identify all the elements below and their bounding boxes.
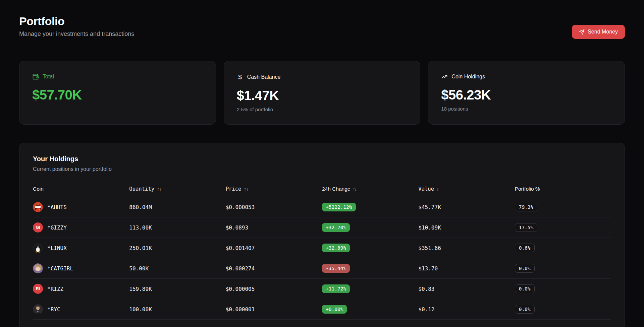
coin-avatar-ryc <box>33 304 43 314</box>
stat-card-cash-balance: $ Cash Balance $1.47K 2.5% of portfolio <box>224 61 421 125</box>
portfolio-pill: 17.5% <box>515 223 538 232</box>
coin-name: *AHHTS <box>47 204 67 210</box>
coin-avatar-linux <box>33 243 43 253</box>
table-row[interactable]: *AHHTS 860.04M $0.000053 +5222.12% $45.7… <box>33 197 611 217</box>
price-cell: $0.000274 <box>226 265 322 272</box>
stat-value: $56.23K <box>441 87 612 103</box>
price-cell: $0.000005 <box>226 286 322 292</box>
wallet-icon <box>32 73 39 80</box>
sort-icon[interactable]: ↑↓ <box>353 186 356 192</box>
sort-icon[interactable]: ↑↓ <box>157 186 161 192</box>
portfolio-pill: 79.3% <box>515 203 538 211</box>
table-row[interactable]: *CATGIRL 50.00K $0.000274 -35.44% $13.70… <box>33 258 611 279</box>
portfolio-cell: 0.6% <box>515 244 611 252</box>
price-cell: $0.000001 <box>226 306 322 313</box>
change-badge: +11.72% <box>322 284 350 293</box>
change-cell: +32.70% <box>322 223 418 232</box>
change-badge: +32.70% <box>322 223 350 232</box>
column-header-portfolio: Portfolio % <box>515 186 611 192</box>
coin-cell: *RYC <box>33 304 129 314</box>
value-cell: $0.83 <box>418 286 515 292</box>
table-body: *AHHTS 860.04M $0.000053 +5222.12% $45.7… <box>33 197 611 320</box>
change-cell: -35.44% <box>322 264 418 273</box>
page-subtitle: Manage your investments and transactions <box>19 30 134 38</box>
table-row[interactable]: *RYC 100.00K $0.000001 +0.00% $0.12 0.0% <box>33 299 611 320</box>
portfolio-pill: 0.0% <box>515 284 535 293</box>
send-money-button[interactable]: Send Money <box>572 25 625 39</box>
holdings-subtitle: Current positions in your portfolio <box>33 166 611 172</box>
stats-row: Total $57.70K $ Cash Balance $1.47K 2.5%… <box>19 61 625 125</box>
portfolio-cell: 0.0% <box>515 305 611 314</box>
quantity-cell: 159.89K <box>129 286 225 292</box>
column-header-change[interactable]: 24h Change↑↓ <box>322 186 418 192</box>
coin-avatar-gizzy: GI <box>33 222 43 233</box>
stat-label: Cash Balance <box>247 74 281 80</box>
page-header: Portfolio Manage your investments and tr… <box>19 15 625 39</box>
table-header-row: Coin Quantity↑↓ Price↑↓ 24h Change↑↓ Val… <box>33 181 611 197</box>
change-badge: -35.44% <box>322 264 350 273</box>
price-cell: $0.000053 <box>226 204 322 210</box>
column-header-quantity[interactable]: Quantity↑↓ <box>129 186 225 192</box>
portfolio-pill: 0.0% <box>515 305 535 314</box>
value-cell: $0.12 <box>418 306 515 313</box>
quantity-cell: 860.04M <box>129 204 225 210</box>
holdings-card: Your Holdings Current positions in your … <box>19 143 625 327</box>
send-icon <box>579 29 585 35</box>
stat-label: Coin Holdings <box>451 74 485 80</box>
table-row[interactable]: RI *RIZZ 159.89K $0.000005 +11.72% $0.83… <box>33 279 611 299</box>
portfolio-cell: 0.0% <box>515 284 611 293</box>
coin-cell: *CATGIRL <box>33 263 129 273</box>
change-cell: +11.72% <box>322 284 418 293</box>
quantity-cell: 250.01K <box>129 245 225 251</box>
portfolio-pill: 0.6% <box>515 244 535 252</box>
coin-cell: RI *RIZZ <box>33 284 129 294</box>
coin-cell: *AHHTS <box>33 202 129 212</box>
column-header-coin: Coin <box>33 186 129 192</box>
portfolio-cell: 17.5% <box>515 223 611 232</box>
change-badge: +0.00% <box>322 305 347 314</box>
dollar-icon: $ <box>237 73 244 81</box>
stat-value: $57.70K <box>32 87 203 103</box>
table-row[interactable]: *LINUX 250.01K $0.001407 +32.89% $351.66… <box>33 238 611 258</box>
table-row[interactable]: GI *GIZZY 113.00K $0.0893 +32.70% $10.09… <box>33 217 611 238</box>
portfolio-pill: 0.0% <box>515 264 535 273</box>
portfolio-cell: 79.3% <box>515 203 611 211</box>
coin-cell: *LINUX <box>33 243 129 253</box>
stat-card-total: Total $57.70K <box>19 61 216 125</box>
price-cell: $0.0893 <box>226 224 322 231</box>
stat-label: Total <box>43 74 54 80</box>
coin-cell: GI *GIZZY <box>33 222 129 233</box>
change-badge: +5222.12% <box>322 203 356 211</box>
value-cell: $13.70 <box>418 265 515 272</box>
stat-sub: 2.5% of portfolio <box>237 107 408 112</box>
holdings-table: Coin Quantity↑↓ Price↑↓ 24h Change↑↓ Val… <box>33 181 611 320</box>
coin-name: *LINUX <box>47 245 67 251</box>
send-money-label: Send Money <box>588 29 618 35</box>
quantity-cell: 100.00K <box>129 306 225 313</box>
coin-name: *RYC <box>47 306 60 313</box>
quantity-cell: 50.00K <box>129 265 225 272</box>
coin-avatar-ahhts <box>33 202 43 212</box>
price-cell: $0.001407 <box>226 245 322 251</box>
change-cell: +0.00% <box>322 305 418 314</box>
page-title-block: Portfolio Manage your investments and tr… <box>19 15 134 38</box>
page-title: Portfolio <box>19 15 134 28</box>
coin-avatar-rizz: RI <box>33 284 43 294</box>
coin-name: *CATGIRL <box>47 265 73 272</box>
coin-name: *RIZZ <box>47 286 63 292</box>
coin-avatar-catgirl <box>33 263 43 273</box>
stat-card-coin-holdings: Coin Holdings $56.23K 18 positions <box>428 61 625 125</box>
change-badge: +32.89% <box>322 244 350 252</box>
trending-up-icon <box>441 73 448 80</box>
column-header-price[interactable]: Price↑↓ <box>226 186 322 192</box>
sort-desc-icon[interactable]: ↓ <box>436 186 439 192</box>
value-cell: $45.77K <box>418 204 515 210</box>
coin-name: *GIZZY <box>47 224 67 231</box>
stat-value: $1.47K <box>237 88 408 103</box>
stat-sub: 18 positions <box>441 106 612 112</box>
holdings-title: Your Holdings <box>33 155 611 163</box>
change-cell: +5222.12% <box>322 203 418 211</box>
value-cell: $10.09K <box>418 224 515 231</box>
column-header-value[interactable]: Value↓ <box>418 186 515 192</box>
sort-icon[interactable]: ↑↓ <box>244 186 248 192</box>
